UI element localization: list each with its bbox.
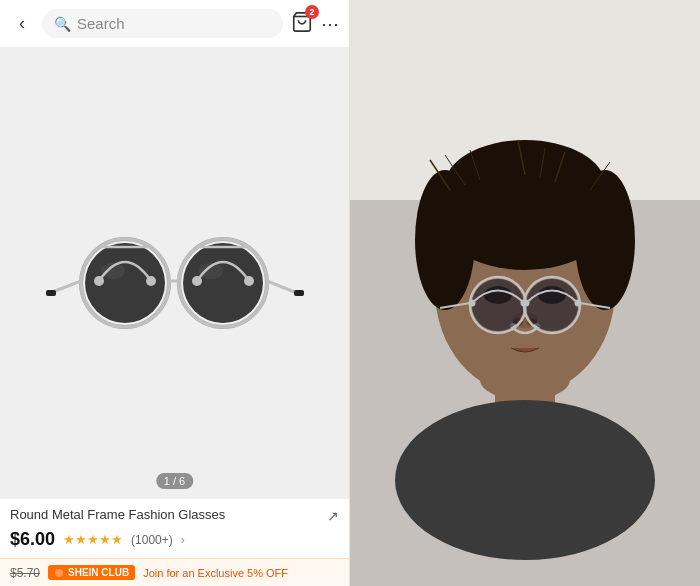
search-icon: 🔍 — [54, 16, 71, 32]
svg-point-47 — [526, 279, 578, 331]
svg-point-19 — [199, 263, 223, 279]
search-bar[interactable]: 🔍 Search — [42, 9, 283, 38]
person-illustration — [350, 0, 700, 586]
svg-point-45 — [472, 279, 524, 331]
svg-point-51 — [469, 300, 476, 307]
shein-club-icon — [54, 568, 64, 578]
cart-badge: 2 — [305, 5, 319, 19]
svg-point-20 — [55, 569, 63, 577]
svg-line-10 — [267, 281, 297, 293]
product-image — [0, 48, 349, 499]
svg-point-28 — [415, 170, 475, 310]
back-button[interactable]: ‹ — [10, 13, 34, 34]
svg-point-53 — [523, 300, 530, 307]
shein-club-label: SHEIN CLUB — [68, 567, 129, 578]
svg-point-24 — [395, 400, 655, 560]
svg-point-54 — [575, 300, 582, 307]
app-container: ‹ 🔍 Search 2 ⋯ — [0, 0, 700, 586]
product-reviews[interactable]: (1000+) — [131, 533, 173, 547]
svg-point-18 — [101, 263, 125, 279]
selfie-area — [350, 0, 700, 586]
product-price: $6.00 — [10, 529, 55, 550]
search-input[interactable]: Search — [77, 15, 125, 32]
price-row: $6.00 ★★★★★ (1000+) › — [10, 529, 339, 550]
reviews-chevron: › — [181, 533, 185, 547]
svg-rect-11 — [294, 290, 304, 296]
svg-point-29 — [575, 170, 635, 310]
shein-club-bar: $5.70 SHEIN CLUB Join for an Exclusive 5… — [0, 558, 349, 586]
product-title: Round Metal Frame Fashion Glasses — [10, 507, 225, 524]
left-panel: ‹ 🔍 Search 2 ⋯ — [0, 0, 350, 586]
more-button[interactable]: ⋯ — [321, 13, 339, 35]
right-panel — [350, 0, 700, 586]
svg-rect-9 — [46, 290, 56, 296]
external-link-icon[interactable]: ↗ — [327, 507, 339, 525]
image-counter: 1 / 6 — [156, 473, 193, 489]
top-bar: ‹ 🔍 Search 2 ⋯ — [0, 0, 349, 48]
shein-club-promo[interactable]: Join for an Exclusive 5% OFF — [143, 567, 288, 579]
product-name-row: Round Metal Frame Fashion Glasses ↗ — [10, 507, 339, 525]
shein-club-badge: SHEIN CLUB — [48, 565, 135, 580]
cart-button[interactable]: 2 — [291, 11, 313, 37]
glasses-image — [45, 193, 305, 353]
top-bar-actions: 2 ⋯ — [291, 11, 339, 37]
original-price: $5.70 — [10, 566, 40, 580]
product-info: Round Metal Frame Fashion Glasses ↗ $6.0… — [0, 499, 349, 554]
svg-point-55 — [480, 360, 570, 400]
product-stars: ★★★★★ — [63, 532, 123, 547]
product-image-area: 1 / 6 — [0, 48, 349, 499]
